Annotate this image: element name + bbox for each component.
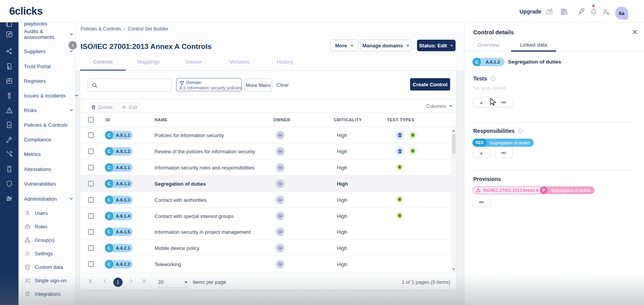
sidebar-item-roles[interactable]: Roles (24, 223, 47, 230)
first-page-button[interactable] (88, 278, 95, 285)
status-edit-button[interactable]: Status: Edit (417, 40, 456, 51)
table-row[interactable]: CA.6.2.2TeleworkingGIHigh (80, 256, 456, 272)
sliders-icon[interactable] (5, 195, 13, 203)
tab-versions[interactable]: Versions (217, 59, 262, 65)
last-page-button[interactable] (141, 278, 148, 285)
close-icon[interactable] (632, 29, 638, 35)
sidebar-item-administration[interactable]: Administration (24, 195, 76, 202)
row-checkbox[interactable] (88, 149, 94, 154)
control-name[interactable]: Review of the policies for information s… (155, 149, 255, 154)
owner-avatar[interactable]: GI (276, 147, 284, 156)
tools-icon[interactable] (5, 150, 13, 158)
search-input[interactable] (87, 79, 172, 92)
control-name[interactable]: Segregation of duties (155, 181, 206, 187)
sidebar-item-integrations[interactable]: Integrations (24, 290, 61, 297)
owner-avatar[interactable]: GI (276, 163, 284, 172)
scrollbar-thumb[interactable] (452, 134, 456, 154)
row-checkbox[interactable] (88, 165, 94, 170)
sidebar-item-trust-portal[interactable]: Trust Portal (24, 63, 76, 70)
owner-avatar[interactable]: GI (276, 131, 284, 139)
tab-controls[interactable]: Controls (80, 59, 126, 65)
sidebar-item-custom-data[interactable]: Custom data (24, 263, 63, 270)
more-button[interactable]: More (330, 40, 358, 51)
row-checkbox[interactable] (88, 213, 94, 219)
row-checkbox[interactable] (88, 261, 94, 267)
add-test-button[interactable]: + (472, 98, 490, 107)
select-all-checkbox[interactable] (88, 117, 94, 122)
sidebar-item-attestations[interactable]: Attestations (24, 166, 76, 173)
sidebar-item-risks[interactable]: Risks (24, 107, 76, 114)
automated-test-icon[interactable] (395, 163, 404, 172)
create-control-button[interactable]: Create Control (410, 78, 450, 90)
control-name[interactable]: Contact with special interest groups (155, 213, 234, 219)
column-header-criticality[interactable]: CRITICALITY (334, 117, 362, 122)
sidebar-item-suppliers[interactable]: Suppliers (24, 48, 76, 55)
manage-domains-button[interactable]: Manage domains (360, 40, 412, 51)
control-name[interactable]: Information security in project manageme… (155, 229, 251, 235)
column-header-owner[interactable]: OWNER (273, 117, 290, 122)
owner-avatar[interactable]: GI (276, 260, 284, 268)
table-row[interactable]: CA.6.2.1Mobile device policyGIHigh (80, 240, 456, 256)
avatar[interactable]: 6a (615, 7, 628, 20)
tab-mappings[interactable]: Mappings (126, 59, 171, 65)
archive-icon[interactable] (5, 77, 13, 85)
control-name[interactable]: Information security roles and responsib… (155, 165, 254, 171)
sidebar-item-settings[interactable]: Settings (24, 250, 53, 257)
column-header-id[interactable]: ID (106, 117, 110, 122)
more-filters-button[interactable]: More filters (244, 79, 272, 92)
sidebar-item-single-sign-on[interactable]: Single sign-on (24, 277, 66, 284)
assessment-test-icon[interactable] (395, 131, 404, 139)
warning-icon[interactable] (5, 106, 13, 114)
table-row[interactable]: CA.6.1.5Information security in project … (80, 224, 456, 240)
tab-overview[interactable]: Overview (466, 42, 511, 48)
next-page-button[interactable] (128, 278, 135, 285)
delete-button[interactable]: Delete (88, 102, 115, 112)
edit-icon[interactable] (5, 30, 13, 38)
gavel-icon[interactable] (5, 136, 13, 143)
sidebar-item-compliance[interactable]: Compliance (24, 136, 76, 143)
table-scrollbar[interactable] (451, 127, 456, 273)
table-row[interactable]: CA.6.1.1Information security roles and r… (80, 159, 456, 176)
owner-avatar[interactable]: GI (276, 212, 284, 220)
owner-avatar[interactable]: GI (276, 196, 284, 204)
automated-test-icon[interactable] (408, 147, 417, 156)
row-checkbox[interactable] (88, 245, 94, 251)
sidebar-item-issues-incidents[interactable]: Issues & incidents (24, 92, 76, 99)
table-row[interactable]: CA.6.1.3Contact with authoritiesGIHigh (80, 192, 456, 208)
clear-filters-button[interactable]: Clear (276, 82, 289, 88)
provision-chip[interactable]: P Segregation of duties (540, 186, 595, 194)
provision-framework-chip[interactable]: ISO/IEC 27001:2013 Annex A (472, 186, 543, 194)
breadcrumb-control-set-builder[interactable]: Control Set Builder (128, 26, 168, 32)
page-size-select[interactable]: 20 (158, 279, 163, 285)
automated-test-icon[interactable] (395, 211, 404, 220)
row-checkbox[interactable] (88, 229, 94, 235)
contract-icon[interactable] (5, 165, 13, 173)
library-icon[interactable] (560, 8, 568, 16)
sidebar-collapse-button[interactable] (69, 41, 77, 49)
share-icon[interactable] (5, 47, 13, 55)
control-name[interactable]: Policies for information security (155, 132, 224, 138)
breadcrumb-policies-controls[interactable]: Policies & Controls (81, 26, 121, 32)
add-responsibility-button[interactable]: + (472, 148, 490, 158)
notifications-icon[interactable] (590, 8, 598, 16)
doc-check-icon[interactable] (5, 121, 13, 129)
info-icon[interactable] (491, 76, 496, 81)
sidebar-item-registers[interactable]: Registers (24, 77, 76, 84)
sidebar-item-group-s-[interactable]: Group(s) (24, 236, 54, 243)
owner-avatar[interactable]: GI (276, 244, 284, 252)
domain-filter-chip[interactable]: Domain A.5 Information security policies… (176, 78, 242, 91)
row-checkbox[interactable] (88, 181, 94, 186)
upgrade-button[interactable]: Upgrade (520, 8, 541, 15)
responsibility-chip[interactable]: RES Segregation of duties (472, 139, 534, 147)
sidebar-item-metrics[interactable]: Metrics (24, 151, 76, 158)
analytics-icon[interactable] (545, 8, 553, 16)
doc-badge-icon[interactable] (5, 62, 13, 70)
automated-test-icon[interactable] (395, 195, 404, 204)
prev-page-button[interactable] (103, 278, 109, 285)
table-row[interactable]: CA.5.1.2Review of the policies for infor… (80, 143, 456, 159)
columns-dropdown[interactable]: Columns (426, 103, 452, 109)
tab-viewer[interactable]: Viewer (171, 59, 217, 65)
automated-test-icon[interactable] (408, 131, 417, 139)
link-responsibility-button[interactable] (495, 148, 513, 158)
column-header-test-types[interactable]: TEST TYPES (387, 117, 414, 122)
